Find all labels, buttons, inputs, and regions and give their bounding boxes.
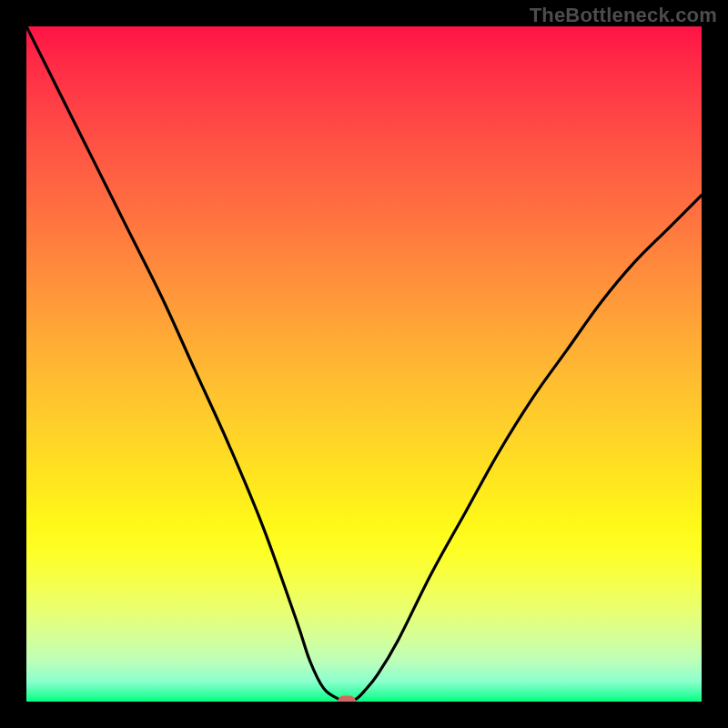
bottleneck-curve — [26, 26, 702, 702]
chart-frame: TheBottleneck.com — [0, 0, 728, 728]
watermark-text: TheBottleneck.com — [530, 4, 717, 27]
optimum-marker — [338, 696, 356, 703]
plot-area — [26, 26, 702, 702]
